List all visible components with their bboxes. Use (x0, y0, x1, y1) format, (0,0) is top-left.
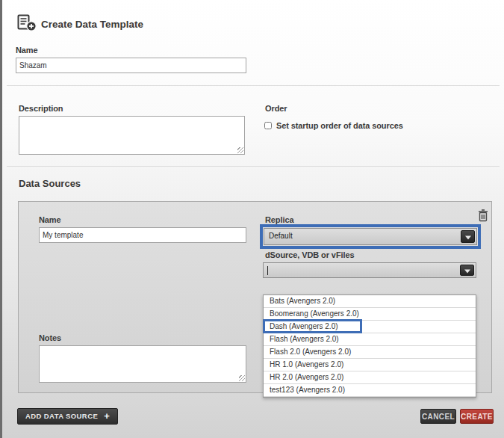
name-input[interactable] (16, 58, 246, 73)
dsource-label: dSource, VDB or vFiles (265, 250, 354, 259)
replica-label: Replica (265, 215, 293, 224)
text-caret (267, 266, 268, 275)
delete-data-source-button[interactable] (478, 209, 488, 222)
cancel-button[interactable]: CANCEL (420, 409, 456, 424)
dropdown-option[interactable]: HR 2.0 (Avengers 2.0) (264, 371, 476, 384)
dropdown-option[interactable]: test123 (Avengers 2.0) (264, 384, 476, 397)
description-textarea[interactable] (19, 116, 245, 155)
dropdown-arrow-icon[interactable] (461, 230, 475, 243)
create-button[interactable]: CREATE (460, 409, 494, 424)
divider (7, 166, 500, 167)
plus-icon: + (104, 408, 110, 425)
dropdown-option[interactable]: HR 1.0 (Avengers 2.0) (264, 359, 476, 371)
resize-grip-icon[interactable] (237, 147, 243, 153)
startup-order-checkbox-row: Set startup order of data sources (264, 121, 403, 130)
replica-select[interactable]: Default (264, 228, 477, 245)
dsource-option-list: Bats (Avengers 2.0) Boomerang (Avengers … (263, 294, 476, 398)
create-data-template-dialog: { "header": { "title": "Create Data Temp… (0, 0, 504, 438)
dsource-select[interactable] (263, 262, 476, 278)
add-data-source-label: ADD DATA SOURCE (25, 408, 98, 425)
trash-icon (478, 209, 488, 222)
dropdown-arrow-icon[interactable] (460, 265, 474, 276)
startup-order-checkbox-label: Set startup order of data sources (276, 121, 403, 130)
notes-textarea[interactable] (39, 345, 246, 383)
dropdown-option[interactable]: Bats (Avengers 2.0) (264, 295, 476, 308)
annotation-highlight-replica: Default (260, 224, 481, 249)
replica-selected-value: Default (264, 229, 476, 244)
source-name-input[interactable] (39, 227, 246, 243)
data-source-card: Name Notes Replica Default dSource, VDB … (18, 201, 492, 393)
dropdown-option[interactable]: Flash (Avengers 2.0) (264, 333, 476, 346)
dropdown-option[interactable]: Dash (Avengers 2.0) (264, 321, 476, 333)
create-template-icon (17, 14, 37, 32)
dialog-title: Create Data Template (41, 19, 143, 30)
data-sources-heading: Data Sources (19, 178, 81, 189)
name-label: Name (16, 46, 38, 55)
resize-grip-icon[interactable] (239, 375, 245, 381)
order-label: Order (265, 104, 287, 113)
notes-label: Notes (39, 333, 61, 342)
dropdown-option[interactable]: Flash 2.0 (Avengers 2.0) (264, 346, 476, 359)
source-name-label: Name (39, 215, 61, 224)
description-label: Description (19, 104, 63, 113)
startup-order-checkbox[interactable] (264, 122, 272, 129)
add-data-source-button[interactable]: ADD DATA SOURCE + (17, 408, 118, 425)
divider (7, 85, 500, 86)
dropdown-option[interactable]: Boomerang (Avengers 2.0) (264, 308, 476, 321)
